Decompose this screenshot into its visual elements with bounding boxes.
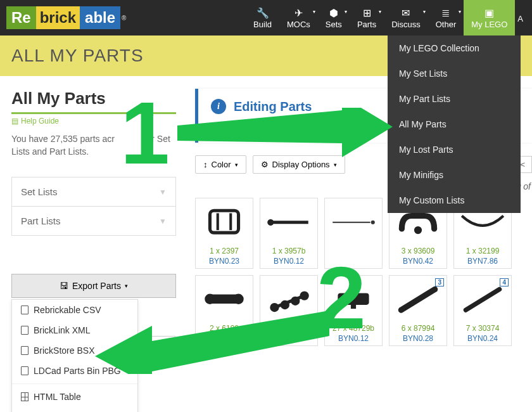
part-price: BYN0.23 bbox=[198, 257, 250, 266]
part-card[interactable]: 1 x 6140 BYN0.22 bbox=[260, 275, 318, 346]
part-qty: 2 x 6190 bbox=[198, 324, 250, 333]
svg-point-9 bbox=[205, 294, 215, 304]
parts-count-text: You have 27,535 parts across all yur Set… bbox=[11, 133, 176, 158]
briefcase-icon: ▣ bbox=[484, 8, 494, 18]
menu-divider bbox=[12, 383, 137, 384]
part-card[interactable]: 1 x 3957b BYN0.12 bbox=[260, 198, 318, 269]
export-bricklink-xml[interactable]: BrickLink XML bbox=[12, 320, 137, 340]
topbar: Re brick able ® 🔧 Build ✈▾ MOCs ⬢▾ Sets … bbox=[0, 0, 532, 35]
export-rebrickable-csv[interactable]: Rebrickable CSV bbox=[12, 300, 137, 320]
chevron-down-icon: ⌄ bbox=[160, 342, 168, 352]
export-ldcad-pbg[interactable]: LDCad Parts Bin PBG bbox=[12, 361, 137, 381]
part-card[interactable]: 2 x 6190 BYN0.98 bbox=[195, 275, 253, 346]
part-qty: 7 x 30374 bbox=[457, 324, 509, 333]
dropdown-all-my-parts[interactable]: All My Parts bbox=[388, 112, 521, 137]
logo-part-re: Re bbox=[6, 6, 36, 29]
dropdown-my-set-lists[interactable]: My Set Lists bbox=[388, 61, 521, 86]
nav-label: Sets bbox=[326, 20, 342, 29]
dropdown-my-custom-lists[interactable]: My Custom Lists bbox=[388, 188, 521, 213]
accordion-label: Part Lists bbox=[21, 216, 61, 226]
svg-point-7 bbox=[414, 226, 422, 234]
part-qty: 27 x 48729b bbox=[327, 324, 379, 333]
part-image bbox=[263, 278, 315, 321]
rocket-icon: ✈ bbox=[294, 8, 303, 18]
dropdown-my-part-lists[interactable]: My Part Lists bbox=[388, 86, 521, 112]
nav-label: Parts bbox=[357, 20, 376, 29]
export-html-table[interactable]: HTML Table bbox=[12, 387, 137, 407]
part-image bbox=[327, 278, 379, 321]
nav-overflow[interactable]: A bbox=[515, 0, 526, 35]
file-icon bbox=[21, 326, 28, 335]
nav-sets[interactable]: ⬢▾ Sets bbox=[318, 0, 350, 35]
stack-icon: ≣ bbox=[441, 8, 450, 18]
file-icon bbox=[21, 366, 28, 375]
box-icon: ⬢ bbox=[329, 8, 338, 18]
part-image bbox=[198, 278, 250, 321]
chevron-down-icon: ▾ bbox=[345, 9, 347, 15]
color-sort-button[interactable]: ↕ Color ▾ bbox=[195, 155, 246, 174]
part-price: BYN0.98 bbox=[198, 334, 250, 343]
chevron-down-icon: ▼ bbox=[159, 188, 167, 196]
part-card[interactable]: 4 7 x 30374 BYN0.24 bbox=[453, 275, 512, 346]
part-qty: 1 x 3957b bbox=[263, 247, 315, 255]
part-price: BYN0.28 bbox=[392, 334, 444, 343]
part-price: BYN0.24 bbox=[457, 334, 509, 343]
accordion-set-lists[interactable]: Set Lists ▼ bbox=[12, 177, 175, 207]
puzzle-icon: ⊞ bbox=[363, 8, 371, 18]
dropdown-my-minifigs[interactable]: My Minifigs bbox=[388, 162, 521, 188]
nav-discuss[interactable]: ✉▾ Discuss bbox=[384, 0, 428, 35]
part-card[interactable]: 3 6 x 87994 BYN0.28 bbox=[389, 275, 447, 346]
accordion-label: Set Lists bbox=[21, 186, 58, 197]
chevron-down-icon: ▾ bbox=[379, 9, 381, 15]
chevron-down-icon: ▾ bbox=[459, 9, 461, 15]
logo[interactable]: Re brick able ® bbox=[6, 6, 126, 29]
file-icon bbox=[21, 346, 28, 355]
logo-part-able: able bbox=[80, 6, 120, 29]
export-html-grid[interactable]: HTML Grid bbox=[12, 407, 137, 412]
nav-other[interactable]: ≣▾ Other bbox=[428, 0, 464, 35]
part-card[interactable] bbox=[324, 198, 383, 269]
part-badge: 3 bbox=[435, 278, 444, 286]
help-guide-link[interactable]: ▤ Help Guide bbox=[11, 117, 176, 126]
table-icon bbox=[21, 392, 28, 401]
part-card[interactable]: 1 x 2397 BYN0.23 bbox=[195, 198, 253, 269]
svg-line-18 bbox=[466, 290, 499, 311]
nav-label: Other bbox=[436, 20, 457, 29]
nav-label: Build bbox=[253, 20, 272, 29]
dropdown-my-collection[interactable]: My LEGO Collection bbox=[388, 35, 521, 61]
part-image bbox=[327, 201, 379, 244]
chevron-down-icon: ▾ bbox=[334, 162, 337, 168]
part-qty: 1 x 32199 bbox=[457, 247, 509, 255]
chevron-down-icon: ▾ bbox=[235, 162, 238, 168]
nav-label: My LEGO bbox=[471, 20, 507, 29]
nav-build[interactable]: 🔧 Build bbox=[246, 0, 279, 35]
registered-icon: ® bbox=[122, 15, 126, 22]
accordion-part-lists[interactable]: Part Lists ▼ bbox=[12, 207, 175, 235]
heading-underline bbox=[11, 112, 176, 114]
section-heading: All My Parts bbox=[11, 89, 176, 108]
export-label: Export Parts bbox=[72, 281, 121, 291]
export-parts-button[interactable]: 🖫 Export Parts ▾ bbox=[11, 274, 176, 298]
export-brickstore-bsx[interactable]: BrickStore BSX bbox=[12, 340, 137, 361]
gear-icon: ⚙ bbox=[261, 160, 269, 169]
lists-accordion: Set Lists ▼ Part Lists ▼ bbox=[11, 177, 176, 236]
chevron-down-icon: ▼ bbox=[159, 217, 167, 226]
nav-label: A bbox=[517, 14, 523, 23]
help-label: Help Guide bbox=[21, 117, 59, 126]
svg-line-17 bbox=[401, 290, 434, 311]
parts-grid: 1 x 2397 BYN0.23 1 x 3957b BYN0.12 3 x 9… bbox=[195, 198, 532, 346]
chevron-down-icon: ▾ bbox=[125, 283, 128, 289]
part-image bbox=[263, 201, 315, 244]
nav-mocs[interactable]: ✈▾ MOCs bbox=[279, 0, 318, 35]
nav-parts[interactable]: ⊞▾ Parts bbox=[350, 0, 384, 35]
nav-my-lego[interactable]: ▣ My LEGO bbox=[464, 0, 515, 35]
file-icon bbox=[21, 306, 28, 314]
part-card[interactable]: 27 x 48729b BYN0.12 bbox=[324, 275, 383, 346]
info-title: Editing Parts bbox=[234, 100, 312, 114]
svg-rect-0 bbox=[210, 211, 238, 233]
my-lego-dropdown: My LEGO Collection My Set Lists My Part … bbox=[388, 35, 521, 213]
wrench-icon: 🔧 bbox=[256, 8, 269, 18]
display-options-button[interactable]: ⚙ Display Options ▾ bbox=[253, 155, 345, 174]
dropdown-my-lost-parts[interactable]: My Lost Parts bbox=[388, 137, 521, 162]
logo-part-brick: brick bbox=[36, 6, 80, 29]
